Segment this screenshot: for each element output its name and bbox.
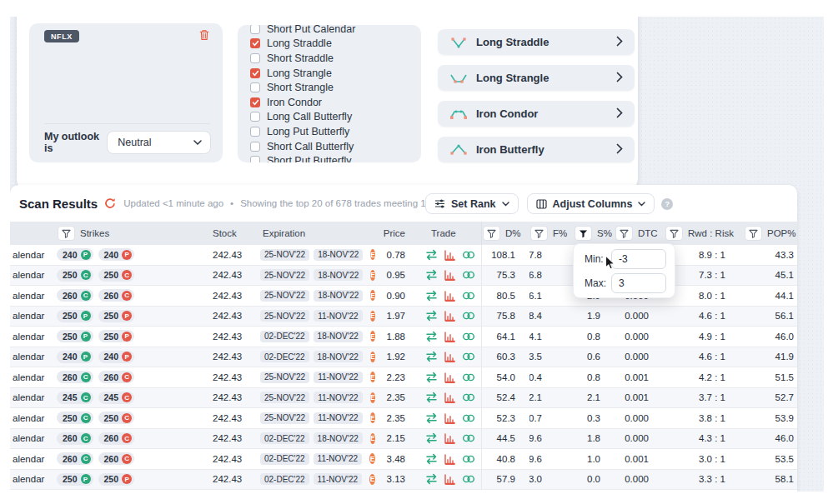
expiration-date-pill: 11-NOV'22 — [314, 310, 362, 322]
strategy-card-iron-butterfly[interactable]: Iron Butterfly — [438, 137, 635, 162]
link-trade-icon[interactable] — [462, 331, 475, 342]
swap-trade-icon[interactable] — [425, 432, 438, 444]
checkbox-item-long-put-butterfly[interactable]: Long Put Butterfly — [238, 124, 421, 139]
table-row[interactable]: alendar245C245C242.4325-NOV'2211-NOV'22E… — [10, 388, 797, 409]
filter-funnel-icon[interactable] — [665, 226, 683, 241]
strategy-card-long-straddle[interactable]: Long Straddle — [438, 29, 635, 55]
link-trade-icon[interactable] — [462, 392, 475, 403]
stock-price-cell: 242.43 — [200, 470, 254, 490]
checkbox-checked[interactable] — [250, 38, 260, 48]
price-cell: 0.95 — [375, 266, 421, 286]
chart-trade-icon[interactable] — [444, 310, 456, 322]
link-trade-icon[interactable] — [462, 473, 475, 485]
swap-trade-icon[interactable] — [425, 269, 438, 281]
expiration-date-pill: 25-NOV'22 — [260, 412, 309, 424]
chart-trade-icon[interactable] — [444, 372, 456, 383]
checkbox-item-short-put-butterfly[interactable]: Short Put Butterfly — [238, 153, 421, 162]
checkbox-item-iron-condor[interactable]: Iron Condor — [238, 95, 421, 110]
swap-trade-icon[interactable] — [425, 290, 438, 302]
checkbox-item-long-call-butterfly[interactable]: Long Call Butterfly — [238, 110, 421, 125]
chart-trade-icon[interactable] — [444, 249, 456, 261]
d-percent-cell: 57.9 — [481, 470, 529, 490]
table-row[interactable]: alendar250C250C242.4325-NOV'2211-NOV'22E… — [10, 408, 797, 429]
results-meta: Updated <1 minute ago • Showing the top … — [123, 198, 446, 208]
chart-trade-icon[interactable] — [444, 453, 456, 465]
table-row[interactable]: alendar240P240P242.4302-DEC'2218-NOV'22E… — [10, 347, 797, 368]
swap-trade-icon[interactable] — [425, 331, 438, 342]
header-trade: Trade — [421, 222, 481, 245]
chart-trade-icon[interactable] — [444, 331, 456, 342]
checkbox-unchecked[interactable] — [250, 156, 260, 162]
table-row[interactable]: alendar250P250P242.4302-DEC'2211-NOV'22E… — [10, 470, 797, 491]
swap-trade-icon[interactable] — [425, 412, 438, 424]
checkbox-item-long-strangle[interactable]: Long Strangle — [238, 66, 421, 81]
chart-trade-icon[interactable] — [444, 269, 456, 281]
swap-trade-icon[interactable] — [425, 453, 438, 465]
checkbox-unchecked[interactable] — [250, 25, 260, 34]
swap-trade-icon[interactable] — [425, 392, 438, 403]
table-row[interactable]: alendar260C260C242.4325-NOV'2211-NOV'22E… — [10, 367, 797, 388]
link-trade-icon[interactable] — [462, 372, 475, 383]
checkbox-checked[interactable] — [250, 68, 260, 78]
swap-trade-icon[interactable] — [425, 310, 438, 322]
link-trade-icon[interactable] — [462, 269, 475, 281]
table-row[interactable]: alendar260C260C242.4325-NOV'2218-NOV'22E… — [10, 286, 797, 307]
table-row[interactable]: alendar260C260C242.4302-DEC'2218-NOV'22E… — [10, 429, 797, 450]
checkbox-unchecked[interactable] — [250, 142, 260, 152]
filter-funnel-icon[interactable] — [58, 226, 75, 241]
chart-trade-icon[interactable] — [444, 290, 456, 302]
strategy-card-iron-condor[interactable]: Iron Condor — [438, 101, 635, 127]
strategy-card-long-strangle[interactable]: Long Strangle — [438, 65, 635, 91]
dtc-cell: 0.000 — [615, 408, 665, 428]
chart-trade-icon[interactable] — [444, 351, 456, 362]
filter-funnel-icon[interactable] — [745, 226, 762, 241]
checkbox-item-short-put-calendar[interactable]: Short Put Calendar — [238, 25, 421, 37]
chart-trade-icon[interactable] — [444, 412, 456, 424]
link-trade-icon[interactable] — [462, 351, 475, 362]
filter-funnel-icon[interactable] — [483, 226, 500, 241]
checkbox-item-short-call-butterfly[interactable]: Short Call Butterfly — [238, 139, 421, 154]
checkbox-unchecked[interactable] — [250, 82, 260, 92]
table-row[interactable]: alendar240P240P242.4325-NOV'2218-NOV'22E… — [10, 245, 797, 266]
strike-pill-sell: 245C — [98, 392, 135, 404]
link-trade-icon[interactable] — [462, 310, 475, 322]
link-trade-icon[interactable] — [462, 249, 475, 261]
checkbox-checked[interactable] — [250, 97, 260, 107]
link-trade-icon[interactable] — [462, 432, 475, 444]
swap-trade-icon[interactable] — [425, 249, 438, 261]
expiration-date-pill: 11-NOV'22 — [314, 392, 362, 403]
table-row[interactable]: alendar250C250C242.4325-NOV'2218-NOV'22E… — [10, 266, 797, 287]
filter-funnel-icon-active[interactable] — [575, 226, 592, 241]
chart-trade-icon[interactable] — [444, 473, 456, 485]
swap-trade-icon[interactable] — [425, 351, 438, 362]
refresh-icon[interactable] — [104, 197, 116, 209]
chevron-down-icon — [193, 137, 202, 148]
filter-funnel-icon[interactable] — [530, 226, 548, 241]
checkbox-unchecked[interactable] — [250, 53, 260, 63]
checkbox-item-long-straddle[interactable]: Long Straddle — [238, 37, 421, 52]
min-input[interactable] — [611, 249, 666, 269]
filter-funnel-icon[interactable] — [615, 226, 633, 241]
help-icon[interactable]: ? — [661, 198, 673, 210]
table-row[interactable]: alendar260C260C242.4302-DEC'2211-NOV'22E… — [10, 449, 797, 470]
set-rank-button[interactable]: Set Rank — [425, 193, 519, 214]
checkbox-item-short-strangle[interactable]: Short Strangle — [238, 80, 421, 95]
strategy-cell: alendar — [10, 347, 55, 367]
table-row[interactable]: alendar250P250P242.4302-DEC'2218-NOV'22E… — [10, 327, 797, 347]
chart-trade-icon[interactable] — [444, 392, 456, 403]
swap-trade-icon[interactable] — [425, 372, 438, 383]
link-trade-icon[interactable] — [462, 290, 475, 302]
symbol-tag[interactable]: NFLX — [44, 30, 79, 42]
max-input[interactable] — [611, 273, 666, 293]
checkbox-item-short-straddle[interactable]: Short Straddle — [238, 51, 421, 66]
chart-trade-icon[interactable] — [444, 432, 456, 444]
trash-icon[interactable] — [199, 29, 209, 44]
checkbox-unchecked[interactable] — [250, 112, 260, 122]
checkbox-unchecked[interactable] — [250, 127, 260, 137]
table-row[interactable]: alendar250P250P242.4325-NOV'2211-NOV'22E… — [10, 307, 797, 327]
swap-trade-icon[interactable] — [425, 473, 438, 485]
link-trade-icon[interactable] — [462, 453, 475, 465]
outlook-select[interactable]: Neutral — [107, 131, 211, 154]
adjust-columns-button[interactable]: Adjust Columns — [527, 193, 655, 214]
link-trade-icon[interactable] — [462, 412, 475, 424]
